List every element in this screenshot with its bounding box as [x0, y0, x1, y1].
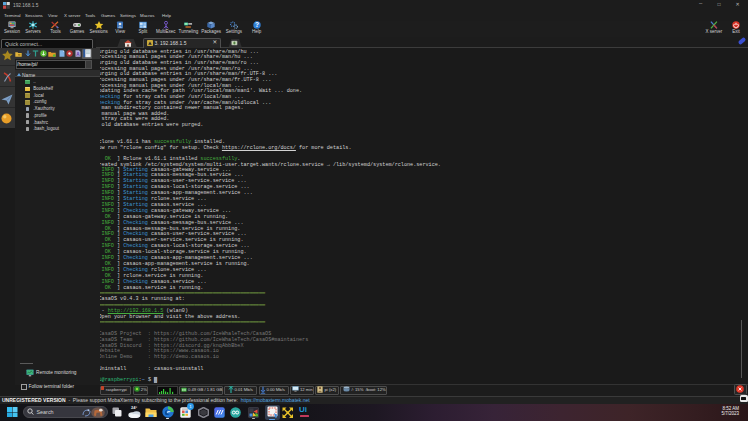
svg-text:?: ? [255, 21, 259, 28]
